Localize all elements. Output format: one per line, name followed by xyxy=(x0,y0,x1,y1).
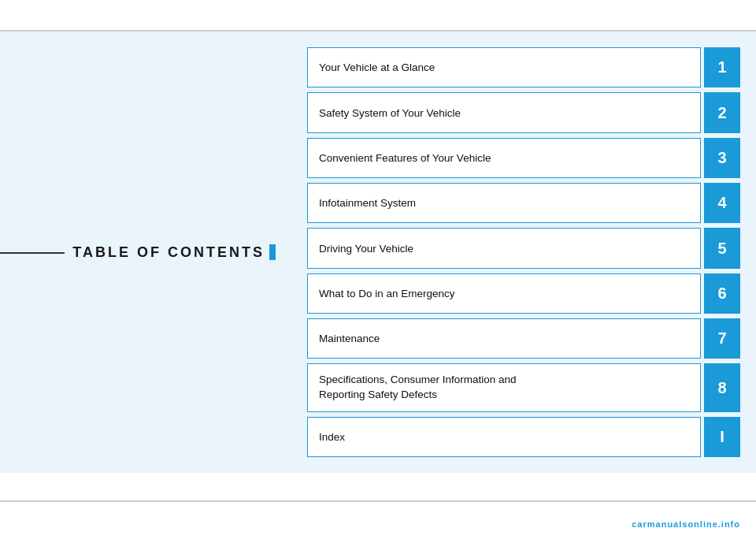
toc-label: Infotainment System xyxy=(307,183,701,223)
toc-label: Specifications, Consumer Information and… xyxy=(307,363,701,411)
toc-row[interactable]: Driving Your Vehicle5 xyxy=(307,228,740,268)
toc-title-text: TABLE OF CONTENTS xyxy=(72,244,265,261)
toc-row[interactable]: Specifications, Consumer Information and… xyxy=(307,363,740,411)
toc-cursor xyxy=(269,244,276,260)
toc-number: 3 xyxy=(704,138,740,178)
toc-number: 7 xyxy=(704,318,740,359)
main-content: TABLE OF CONTENTS Your Vehicle at a Glan… xyxy=(0,32,756,473)
toc-label: Convenient Features of Your Vehicle xyxy=(307,138,701,178)
toc-number: 8 xyxy=(704,363,740,411)
toc-label: What to Do in an Emergency xyxy=(307,273,701,314)
toc-title: TABLE OF CONTENTS xyxy=(72,244,276,261)
toc-row[interactable]: Safety System of Your Vehicle2 xyxy=(307,92,740,132)
toc-number: 2 xyxy=(704,92,740,132)
footer: carmanualsonline.info xyxy=(632,519,740,529)
toc-row[interactable]: Convenient Features of Your Vehicle3 xyxy=(307,138,740,178)
toc-row[interactable]: What to Do in an Emergency6 xyxy=(307,273,740,314)
toc-row[interactable]: IndexI xyxy=(307,417,740,457)
toc-number: I xyxy=(704,417,740,457)
toc-label: Your Vehicle at a Glance xyxy=(307,47,701,87)
toc-label: Maintenance xyxy=(307,318,701,359)
left-panel: TABLE OF CONTENTS xyxy=(0,32,299,473)
toc-label: Index xyxy=(307,417,701,457)
toc-row[interactable]: Maintenance7 xyxy=(307,318,740,359)
toc-number: 4 xyxy=(704,183,740,223)
bottom-divider xyxy=(0,500,756,502)
toc-number: 6 xyxy=(704,273,740,314)
toc-label: Safety System of Your Vehicle xyxy=(307,92,701,132)
toc-row[interactable]: Your Vehicle at a Glance1 xyxy=(307,47,740,87)
toc-number: 5 xyxy=(704,228,740,268)
toc-list: Your Vehicle at a Glance1Safety System o… xyxy=(299,32,756,473)
footer-logo: carmanualsonline.info xyxy=(632,519,740,529)
toc-number: 1 xyxy=(704,47,740,87)
toc-label: Driving Your Vehicle xyxy=(307,228,701,268)
toc-row[interactable]: Infotainment System4 xyxy=(307,183,740,223)
